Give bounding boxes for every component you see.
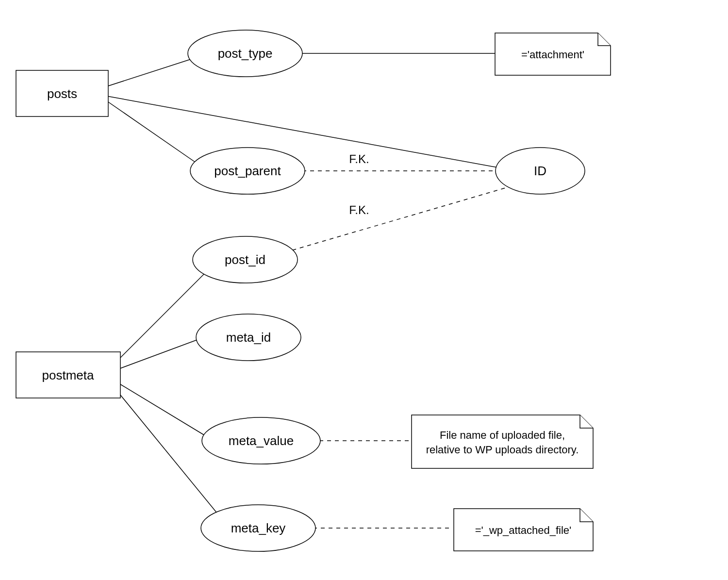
entity-postmeta: postmeta [16, 352, 120, 398]
note-meta-value-line1: File name of uploaded file, [440, 429, 565, 441]
fk-label-1: F.K. [349, 152, 369, 166]
edge-postmeta-metakey [119, 393, 228, 527]
attr-post-type: post_type [188, 30, 302, 77]
note-attachment: ='attachment' [495, 33, 611, 75]
attr-id-label: ID [534, 164, 546, 178]
attr-meta-id-label: meta_id [226, 330, 271, 345]
note-wp-attached-file-label: ='_wp_attached_file' [475, 524, 572, 536]
entity-postmeta-label: postmeta [42, 368, 94, 382]
attr-meta-value-label: meta_value [229, 433, 294, 448]
attr-meta-value: meta_value [202, 417, 320, 464]
fk-label-2: F.K. [349, 203, 369, 216]
er-diagram: F.K. F.K. posts postmeta post_type post_… [0, 0, 728, 580]
edge-posts-posttype [107, 55, 203, 86]
attr-post-parent-label: post_parent [214, 164, 281, 178]
attr-post-parent: post_parent [190, 148, 305, 194]
entity-posts-label: posts [47, 86, 77, 101]
note-meta-value-line2: relative to WP uploads directory. [426, 444, 579, 456]
attr-id: ID [496, 148, 585, 194]
edge-postmeta-metaid [119, 337, 204, 369]
attr-meta-key: meta_key [201, 505, 315, 551]
edge-posts-id [107, 96, 497, 167]
edge-postid-id-fk [285, 180, 534, 252]
edge-postmeta-metavalue [119, 383, 211, 439]
note-wp-attached-file: ='_wp_attached_file' [454, 509, 593, 551]
attr-post-type-label: post_type [218, 46, 273, 61]
attr-post-id-label: post_id [225, 252, 265, 267]
attr-post-id: post_id [193, 236, 298, 283]
entity-posts: posts [16, 70, 108, 116]
note-attachment-label: ='attachment' [521, 49, 584, 61]
note-meta-value: File name of uploaded file, relative to … [412, 415, 593, 468]
attr-meta-key-label: meta_key [231, 521, 286, 535]
attr-meta-id: meta_id [196, 314, 301, 361]
